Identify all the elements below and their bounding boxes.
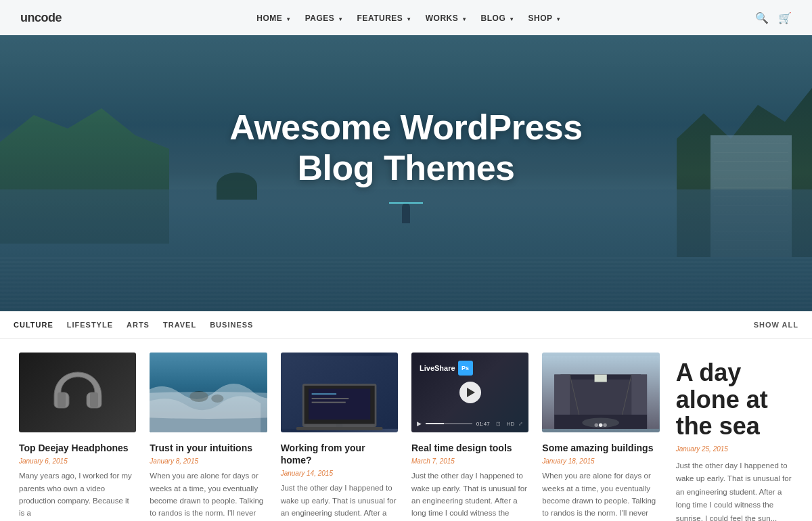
nav-item-home[interactable]: HOME ▾ — [256, 12, 290, 23]
svg-rect-13 — [311, 402, 345, 403]
card-date-5: January 18, 2015 — [542, 457, 659, 465]
card-excerpt-5: When you are alone for days or weeks at … — [542, 470, 659, 521]
filter-bar: CULTURE LIFESTYLE ARTS TRAVEL BUSINESS S… — [0, 311, 812, 339]
card-title-3[interactable]: Working from your home? — [281, 442, 398, 466]
filter-travel[interactable]: TRAVEL — [163, 321, 196, 329]
featured-date: January 25, 2015 — [676, 445, 793, 453]
nav-item-shop[interactable]: SHOP ▾ — [528, 12, 560, 23]
video-label: LiveShare Ps — [420, 361, 473, 376]
navbar: uncode HOME ▾ PAGES ▾ FEATURES ▾ WORKS ▾… — [0, 0, 812, 35]
blog-grid: Top Deejay Headphones January 6, 2015 Ma… — [0, 339, 812, 521]
headphones-svg — [51, 369, 105, 416]
blog-card-4: LiveShare Ps ▶ 01:47 ⊡ HD ⤢ Real tim — [405, 353, 535, 521]
svg-rect-11 — [311, 393, 336, 395]
video-progress-bar[interactable] — [426, 423, 472, 424]
card-thumb-headphones[interactable] — [19, 353, 136, 432]
svg-rect-14 — [296, 427, 382, 430]
svg-rect-0 — [58, 392, 66, 407]
nav-item-works[interactable]: WORKS ▾ — [426, 12, 466, 23]
svg-point-25 — [595, 424, 598, 427]
video-fullscreen-icon[interactable]: ⤢ — [518, 421, 523, 427]
blog-card-3: Working from your home? January 14, 2015… — [274, 353, 405, 521]
laptop-svg — [281, 353, 398, 432]
featured-excerpt: Just the other day I happened to wake up… — [676, 459, 793, 521]
svg-rect-1 — [90, 392, 98, 407]
filter-lifestyle[interactable]: LIFESTYLE — [67, 321, 113, 329]
filter-business[interactable]: BUSINESS — [210, 321, 253, 329]
card-thumb-ocean[interactable] — [150, 353, 267, 432]
blog-card-5: Some amazing buildings January 18, 2015 … — [535, 353, 666, 521]
play-control-icon[interactable]: ▶ — [417, 420, 422, 427]
svg-point-27 — [604, 424, 607, 427]
buildings-svg — [542, 353, 659, 432]
ps-badge: Ps — [458, 361, 473, 376]
search-icon[interactable]: 🔍 — [755, 12, 769, 24]
video-expand-icon[interactable]: ⊡ — [494, 421, 503, 427]
site-logo[interactable]: uncode — [20, 11, 62, 25]
play-button[interactable] — [459, 382, 481, 403]
card-thumb-buildings[interactable] — [542, 353, 659, 432]
card-excerpt-4: Just the other day I happened to wake up… — [411, 470, 528, 521]
card-excerpt-3: Just the other day I happened to wake up… — [281, 482, 398, 521]
live-share-text: LiveShare — [420, 364, 455, 372]
svg-point-26 — [599, 424, 602, 427]
video-progress-fill — [426, 423, 444, 424]
hero-background: Awesome WordPress Blog Themes — [0, 0, 812, 311]
cart-icon[interactable]: 🛒 — [778, 12, 792, 24]
filter-tags: CULTURE LIFESTYLE ARTS TRAVEL BUSINESS — [14, 321, 754, 329]
card-date-2: January 8, 2015 — [150, 457, 267, 465]
filter-arts[interactable]: ARTS — [127, 321, 150, 329]
filter-culture[interactable]: CULTURE — [14, 321, 53, 329]
video-controls: ▶ 01:47 ⊡ HD ⤢ — [417, 420, 523, 427]
card-date-3: January 14, 2015 — [281, 470, 398, 477]
card-title-1[interactable]: Top Deejay Headphones — [19, 442, 136, 454]
nav-item-blog[interactable]: BLOG ▾ — [481, 12, 514, 23]
svg-rect-12 — [311, 398, 348, 399]
svg-point-3 — [190, 391, 208, 402]
hero-title: Awesome WordPress Blog Themes — [229, 108, 582, 189]
nav-actions: 🔍 🛒 — [755, 12, 792, 24]
hd-badge: HD — [507, 421, 515, 427]
play-triangle-icon — [467, 388, 475, 397]
svg-rect-18 — [595, 375, 607, 382]
card-title-2[interactable]: Trust in your intuitions — [150, 442, 267, 454]
featured-title[interactable]: A day alone at the sea — [676, 359, 793, 440]
nav-item-features[interactable]: FEATURES ▾ — [357, 12, 411, 23]
show-all-button[interactable]: SHOW ALL — [754, 321, 798, 329]
card-thumb-laptop[interactable] — [281, 353, 398, 432]
ocean-svg — [150, 353, 267, 432]
card-thumb-video[interactable]: LiveShare Ps ▶ 01:47 ⊡ HD ⤢ — [411, 353, 528, 432]
card-date-1: January 6, 2015 — [19, 457, 136, 465]
blog-card-2: Trust in your intuitions January 8, 2015… — [143, 353, 273, 521]
svg-point-4 — [212, 394, 224, 403]
card-title-5[interactable]: Some amazing buildings — [542, 442, 659, 454]
hero-section: Awesome WordPress Blog Themes — [0, 0, 812, 311]
card-title-4[interactable]: Real time design tools — [411, 442, 528, 454]
nav-item-pages[interactable]: PAGES ▾ — [305, 12, 342, 23]
video-time: 01:47 — [476, 421, 490, 427]
blog-card-1: Top Deejay Headphones January 6, 2015 Ma… — [12, 353, 143, 520]
blog-card-featured: A day alone at the sea January 25, 2015 … — [667, 353, 800, 521]
card-date-4: March 7, 2015 — [411, 457, 528, 465]
hero-content: Awesome WordPress Blog Themes — [0, 0, 812, 311]
card-excerpt-1: Many years ago, I worked for my parents … — [19, 470, 136, 520]
hero-divider — [389, 202, 423, 204]
nav-links: HOME ▾ PAGES ▾ FEATURES ▾ WORKS ▾ BLOG ▾… — [256, 12, 560, 23]
card-excerpt-2: When you are alone for days or weeks at … — [150, 470, 267, 521]
